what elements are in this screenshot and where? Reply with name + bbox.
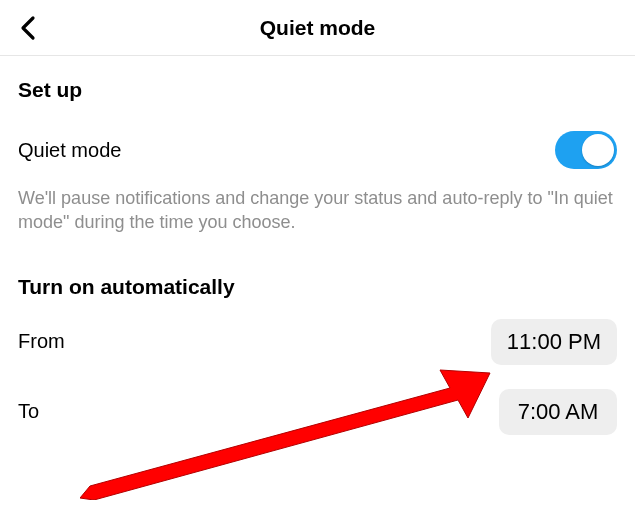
content: Set up Quiet mode We'll pause notificati…: [0, 56, 635, 435]
to-label: To: [18, 400, 39, 423]
from-row: From 11:00 PM: [18, 319, 617, 365]
setup-heading: Set up: [18, 78, 617, 102]
quiet-mode-row: Quiet mode: [18, 128, 617, 172]
quiet-mode-label: Quiet mode: [18, 139, 121, 162]
auto-heading: Turn on automatically: [18, 275, 617, 299]
from-label: From: [18, 330, 65, 353]
from-time-button[interactable]: 11:00 PM: [491, 319, 617, 365]
quiet-mode-description: We'll pause notifications and change you…: [18, 186, 617, 235]
header: Quiet mode: [0, 0, 635, 56]
quiet-mode-toggle[interactable]: [555, 131, 617, 169]
to-row: To 7:00 AM: [18, 389, 617, 435]
page-title: Quiet mode: [260, 16, 376, 40]
toggle-knob: [582, 134, 614, 166]
chevron-left-icon: [19, 15, 37, 41]
to-time-button[interactable]: 7:00 AM: [499, 389, 617, 435]
back-button[interactable]: [14, 14, 42, 42]
